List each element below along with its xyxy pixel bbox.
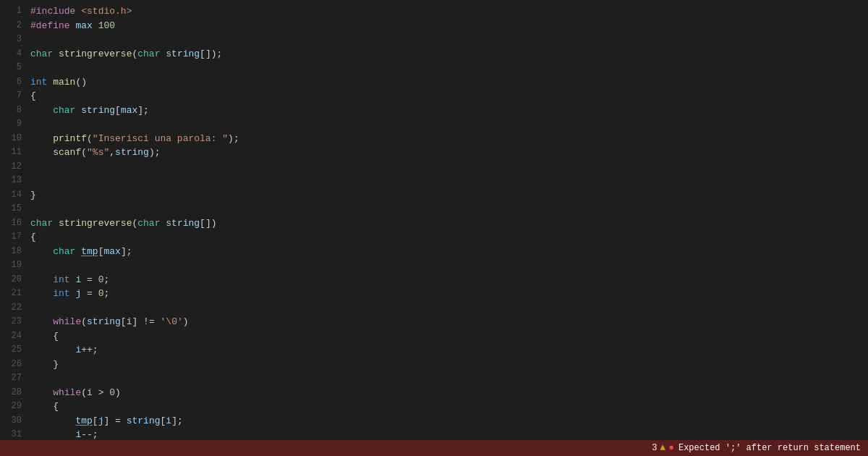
code-line-13 — [30, 174, 868, 188]
line-numbers: 1 2 3 4 5 6 7 8 9 10 11 12 13 14 15 16 1… — [0, 4, 27, 452]
warning-icon: ▲ — [660, 441, 665, 455]
code-line-24: { — [30, 329, 868, 344]
code-line-16: char stringreverse(char string[]) — [30, 216, 868, 231]
code-line-27 — [30, 371, 868, 386]
code-line-18: char tmp[max]; — [30, 245, 868, 259]
code-line-20: int i = 0; — [30, 273, 868, 287]
code-line-10: printf("Inserisci una parola: "); — [30, 132, 868, 146]
code-line-23: while(string[i] != '\0') — [30, 315, 868, 329]
code-area: 1 2 3 4 5 6 7 8 9 10 11 12 13 14 15 16 1… — [0, 0, 868, 456]
code-line-5 — [30, 61, 868, 75]
code-line-14: } — [30, 188, 868, 203]
error-count: 3 ▲ ● — [652, 441, 674, 455]
code-line-25: i++; — [30, 343, 868, 358]
code-line-29: { — [30, 400, 868, 414]
code-line-4: char stringreverse(char string[]); — [30, 47, 868, 62]
code-line-28: while(i > 0) — [30, 386, 868, 400]
code-line-7: { — [30, 89, 868, 104]
code-line-8: char string[max]; — [30, 104, 868, 118]
code-line-21: int j = 0; — [30, 287, 868, 301]
error-icon: ● — [668, 441, 674, 455]
code-line-12 — [30, 160, 868, 174]
code-line-6: int main() — [30, 75, 868, 90]
code-line-26: } — [30, 358, 868, 372]
code-line-9 — [30, 117, 868, 132]
code-line-1: #include <stdio.h> — [30, 4, 868, 19]
code-line-30: tmp[j] = string[i]; — [30, 414, 868, 428]
code-line-3 — [30, 33, 868, 47]
code-content[interactable]: #include <stdio.h> #define max 100 char … — [27, 4, 868, 452]
code-editor: 1 2 3 4 5 6 7 8 9 10 11 12 13 14 15 16 1… — [0, 0, 868, 456]
code-line-11: scanf("%s",string); — [30, 145, 868, 160]
code-line-17: { — [30, 230, 868, 245]
code-line-22 — [30, 301, 868, 316]
code-line-15 — [30, 202, 868, 216]
error-count-number: 3 — [652, 442, 657, 455]
code-line-19 — [30, 258, 868, 273]
code-line-2: #define max 100 — [30, 19, 868, 33]
status-message: Expected ';' after return statement — [678, 442, 861, 455]
status-bar: 3 ▲ ● Expected ';' after return statemen… — [0, 440, 868, 456]
